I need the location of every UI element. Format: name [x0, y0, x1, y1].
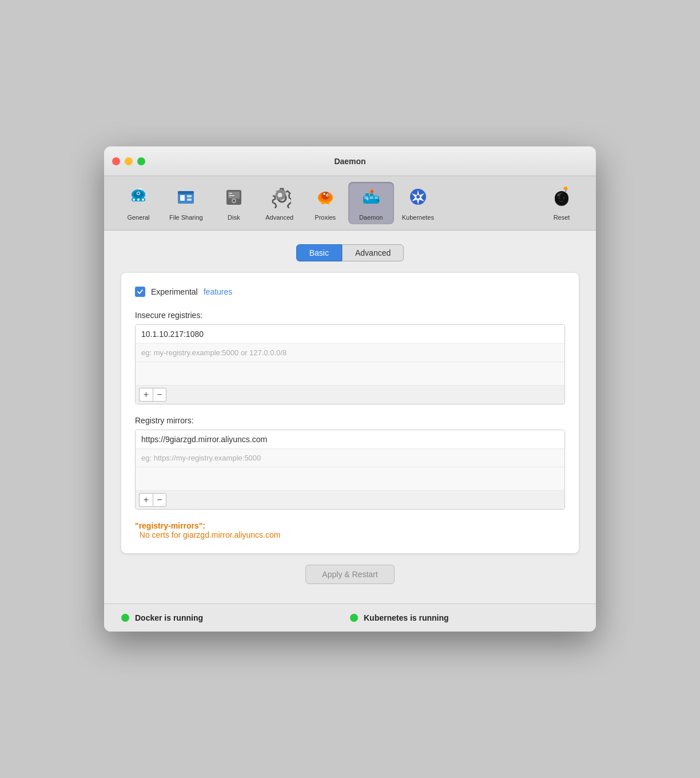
registry-mirror-remove-button[interactable]: − [153, 493, 166, 507]
experimental-checkbox[interactable] [135, 287, 145, 297]
svg-rect-18 [229, 195, 234, 196]
daemon-label: Daemon [359, 214, 383, 221]
experimental-row: Experimental features [135, 287, 565, 297]
svg-point-22 [277, 193, 282, 197]
svg-point-5 [142, 199, 144, 201]
advanced-icon [268, 185, 291, 212]
registry-mirror-add-button[interactable]: + [139, 493, 153, 507]
kubernetes-status: Kubernetes is running [350, 613, 579, 622]
apply-section: Apply & Restart [121, 553, 579, 590]
tab-advanced[interactable]: Advanced [342, 244, 404, 261]
advanced-label: Advanced [265, 214, 293, 221]
insecure-registry-placeholder: eg: my-registry.example:5000 or 127.0.0.… [136, 344, 564, 362]
svg-rect-11 [187, 195, 192, 197]
main-content: Basic Advanced Experimental features Ins… [104, 231, 596, 604]
svg-rect-9 [178, 191, 194, 194]
insecure-registries-box: 10.1.10.217:1080 eg: my-registry.example… [135, 324, 565, 404]
insecure-registry-empty [136, 362, 564, 386]
registry-mirror-controls: + − [136, 491, 564, 509]
svg-rect-33 [369, 196, 373, 199]
svg-point-36 [367, 199, 368, 200]
proxies-icon [314, 185, 337, 212]
registry-mirrors-box: https://9giarzgd.mirror.aliyuncs.com eg:… [135, 430, 565, 510]
features-link[interactable]: features [204, 287, 233, 296]
svg-rect-34 [375, 196, 378, 199]
toolbar-item-general[interactable]: General [116, 182, 161, 224]
general-label: General [127, 214, 149, 221]
minimize-button[interactable] [125, 157, 133, 165]
reset-label: Reset [554, 214, 570, 221]
svg-point-7 [137, 192, 140, 194]
toolbar: General File Sharing [104, 176, 596, 231]
svg-point-16 [233, 200, 235, 202]
svg-point-26 [323, 193, 325, 195]
kubernetes-status-dot [350, 614, 358, 622]
toolbar-item-disk[interactable]: Disk [211, 182, 257, 224]
toolbar-item-kubernetes[interactable]: Kubernetes [394, 182, 442, 224]
svg-rect-12 [187, 199, 192, 201]
svg-point-42 [559, 197, 560, 199]
warning-block: "registry-mirrors": No certs for giarzgd… [135, 521, 565, 539]
experimental-label: Experimental [151, 287, 198, 296]
svg-point-28 [327, 194, 328, 196]
disk-label: Disk [228, 214, 240, 221]
file-sharing-icon [174, 185, 197, 212]
status-bar: Docker is running Kubernetes is running [104, 604, 596, 632]
window-controls [112, 157, 145, 165]
main-window: Daemon General [104, 146, 596, 632]
svg-point-43 [563, 197, 565, 199]
docker-status: Docker is running [121, 613, 350, 622]
docker-status-dot [121, 614, 129, 622]
registry-mirrors-label: Registry mirrors: [135, 416, 565, 425]
general-icon [127, 185, 150, 212]
proxies-label: Proxies [315, 214, 336, 221]
toolbar-item-proxies[interactable]: Proxies [303, 182, 348, 224]
kubernetes-label: Kubernetes [402, 214, 434, 221]
disk-icon [222, 185, 245, 212]
close-button[interactable] [112, 157, 120, 165]
window-title: Daemon [334, 157, 365, 166]
insecure-registries-label: Insecure registries: [135, 311, 565, 320]
titlebar: Daemon [104, 146, 596, 176]
tab-basic[interactable]: Basic [296, 244, 342, 261]
registry-mirror-placeholder: eg: https://my-registry.example:5000 [136, 449, 564, 467]
registry-mirror-entry[interactable]: https://9giarzgd.mirror.aliyuncs.com [136, 430, 564, 449]
toolbar-item-file-sharing[interactable]: File Sharing [161, 182, 211, 224]
insecure-registry-controls: + − [136, 386, 564, 404]
insecure-registry-add-button[interactable]: + [139, 388, 153, 402]
kubernetes-icon [407, 185, 429, 212]
svg-rect-10 [180, 195, 185, 201]
svg-point-38 [416, 195, 420, 199]
insecure-registry-entry[interactable]: 10.1.10.217:1080 [136, 325, 564, 344]
tab-bar: Basic Advanced [121, 244, 579, 261]
file-sharing-label: File Sharing [169, 214, 203, 221]
toolbar-item-reset[interactable]: Reset [539, 182, 584, 224]
svg-rect-17 [229, 193, 232, 194]
toolbar-item-advanced[interactable]: Advanced [257, 182, 303, 224]
daemon-icon [360, 185, 383, 212]
toolbar-item-daemon[interactable]: Daemon [348, 182, 394, 224]
svg-point-4 [137, 199, 140, 201]
kubernetes-status-label: Kubernetes is running [364, 613, 449, 622]
apply-restart-button[interactable]: Apply & Restart [305, 565, 394, 584]
docker-status-label: Docker is running [135, 613, 203, 622]
warning-key: "registry-mirrors": [135, 521, 205, 530]
svg-point-3 [133, 199, 135, 201]
insecure-registry-remove-button[interactable]: − [153, 388, 166, 402]
settings-panel: Experimental features Insecure registrie… [121, 273, 579, 553]
warning-message: No certs for giarzgd.mirror.aliyuncs.com [140, 530, 281, 539]
registry-mirror-empty [136, 467, 564, 491]
maximize-button[interactable] [137, 157, 145, 165]
reset-icon [550, 185, 573, 212]
